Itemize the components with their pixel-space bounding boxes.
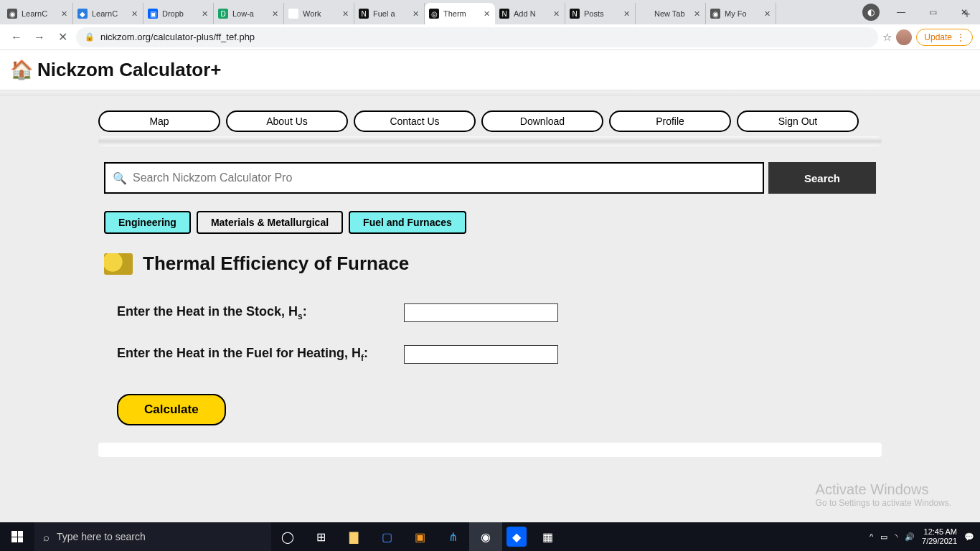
tray-chevron-icon[interactable]: ^ [870,532,873,541]
tab-title: Low-a [232,9,270,18]
nav-map[interactable]: Map [98,110,220,132]
home-icon: 🏠 [10,59,33,81]
zoom-icon[interactable]: ▢ [370,522,403,551]
tab-title: LearnC [92,9,130,18]
header-divider [0,90,980,96]
content-footer-strip [98,443,882,457]
notifications-icon[interactable]: 💬 [964,532,974,542]
browser-address-bar: ← → ✕ 🔒 nickzom.org/calculator-plus/ff_t… [0,24,980,50]
tab-title: Fuel a [373,9,411,18]
browser-tab[interactable]: ◎Therm✕ [425,3,495,24]
vscode-icon[interactable]: ⋔ [436,522,469,551]
window-close-button[interactable]: ✕ [948,1,980,23]
breadcrumb-engineering[interactable]: Engineering [104,211,191,234]
page-title-row: Thermal Efficiency of Furnace [95,247,885,303]
browser-tab[interactable]: MWork✕ [284,3,354,24]
browser-tab[interactable]: NFuel a✕ [354,3,425,24]
sublime-icon[interactable]: ▣ [403,522,436,551]
file-explorer-icon[interactable]: ▇ [337,522,370,551]
tab-close-icon[interactable]: ✕ [482,9,491,18]
dropbox-icon[interactable]: ◆ [507,527,527,547]
search-button[interactable]: Search [768,162,876,194]
tab-favicon-icon: N [359,9,369,19]
tab-close-icon[interactable]: ✕ [200,9,209,18]
tab-favicon-icon: ◉ [710,9,720,19]
hs-row: Enter the Heat in the Stock, Hs: [117,303,863,322]
tab-close-icon[interactable]: ✕ [341,9,349,18]
brand-text: Nickzom Calculator+ [37,59,221,81]
tab-title: Posts [584,9,622,18]
tab-close-icon[interactable]: ✕ [411,9,420,18]
browser-tab[interactable]: ▣Dropb✕ [143,3,214,24]
update-button[interactable]: Update ⋮ [916,29,973,46]
tab-title: Dropb [162,9,200,18]
tab-close-icon[interactable]: ✕ [692,9,701,18]
tab-favicon-icon: ◉ [7,9,17,19]
browser-tab[interactable]: NAdd N✕ [495,3,565,24]
calculate-button[interactable]: Calculate [117,394,226,425]
window-maximize-button[interactable]: ▭ [917,1,948,23]
tab-close-icon[interactable]: ✕ [130,9,138,18]
task-view-icon[interactable]: ⊞ [304,522,337,551]
start-button[interactable] [0,522,34,551]
hs-label-text: Enter the Heat in the Stock, H [117,304,298,319]
browser-tab[interactable]: DLow-a✕ [214,3,284,24]
nav-forward-button[interactable]: → [30,28,49,47]
tab-close-icon[interactable]: ✕ [763,9,771,18]
browser-tab[interactable]: ◉LearnC✕ [3,3,73,24]
battery-icon[interactable]: ▭ [880,532,887,542]
tab-close-icon[interactable]: ✕ [552,9,560,18]
nav-back-button[interactable]: ← [7,28,26,47]
tab-favicon-icon: N [570,9,580,19]
profile-avatar[interactable] [896,29,912,45]
breadcrumb: EngineeringMaterials & MetallurgicalFuel… [95,211,885,247]
hf-label-text: Enter the Heat in the Fuel for Heating, … [117,346,361,360]
clock-date: 7/29/2021 [922,537,957,546]
breadcrumb-materials-metallurgical[interactable]: Materials & Metallurgical [197,211,343,234]
taskbar-clock[interactable]: 12:45 AM 7/29/2021 [922,527,957,546]
photos-icon[interactable]: ▦ [531,522,564,551]
tab-favicon-icon: D [218,9,228,19]
site-brand[interactable]: 🏠 Nickzom Calculator+ [10,59,970,81]
cortana-icon[interactable]: ◯ [271,522,304,551]
search-input[interactable] [133,171,755,184]
volume-icon[interactable]: 🔊 [905,532,915,542]
calculate-label: Calculate [144,402,199,416]
hs-sub: s [298,311,303,321]
tab-title: New Tab [654,9,692,18]
nav-download[interactable]: Download [481,110,603,132]
hf-row: Enter the Heat in the Fuel for Heating, … [117,345,863,364]
tab-close-icon[interactable]: ✕ [622,9,631,18]
nav-sign-out[interactable]: Sign Out [737,110,859,132]
search-row: 🔍 Search [95,162,885,211]
main-nav: MapAbout UsContact UsDownloadProfileSign… [95,110,885,136]
bookmark-star-icon[interactable]: ☆ [882,31,892,44]
hs-colon: : [303,304,307,319]
nav-stop-button[interactable]: ✕ [53,28,72,47]
hf-input[interactable] [404,345,558,364]
more-icon: ⋮ [956,32,965,42]
tab-close-icon[interactable]: ✕ [270,9,279,18]
hs-input[interactable] [404,303,558,322]
url-input[interactable]: 🔒 nickzom.org/calculator-plus/ff_tef.php [76,27,878,47]
search-button-label: Search [804,172,840,184]
browser-tab[interactable]: NPosts✕ [565,3,636,24]
watermark-line1: Activate Windows [816,481,951,498]
nav-contact-us[interactable]: Contact Us [354,110,476,132]
tab-close-icon[interactable]: ✕ [60,9,68,18]
browser-tab[interactable]: New Tab✕ [636,3,706,24]
wifi-icon[interactable]: ◝ [895,532,897,542]
window-controls: ◐ — ▭ ✕ [862,0,980,24]
search-box[interactable]: 🔍 [104,162,764,194]
browser-tab[interactable]: ◉My Fo✕ [706,3,776,24]
taskbar-search[interactable]: ⌕ Type here to search [34,522,271,551]
chrome-icon[interactable]: ◉ [469,522,502,551]
tab-title: My Fo [725,9,763,18]
browser-tab[interactable]: ◆LearnC✕ [73,3,143,24]
url-text: nickzom.org/calculator-plus/ff_tef.php [100,32,255,42]
nav-profile[interactable]: Profile [609,110,731,132]
window-minimize-button[interactable]: — [885,1,917,23]
tab-favicon-icon [640,9,650,19]
nav-about-us[interactable]: About Us [226,110,348,132]
breadcrumb-fuel-and-furnaces[interactable]: Fuel and Furnaces [349,211,466,234]
